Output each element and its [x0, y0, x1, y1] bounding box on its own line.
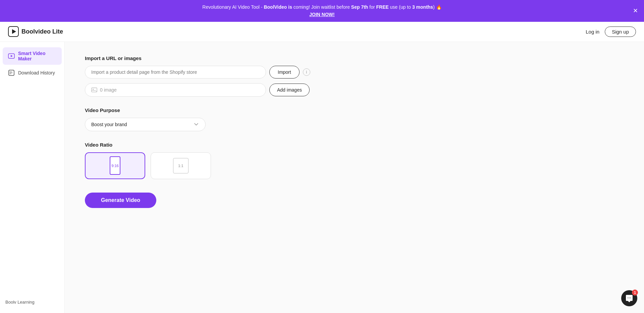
ratio-card-9-16[interactable]: 9:16 — [85, 152, 145, 179]
sidebar-item-label: Download History — [18, 70, 55, 75]
sidebar: Smart Video Maker Download History Boolv… — [0, 42, 65, 313]
ratio-card-1-1[interactable]: 1:1 — [151, 152, 211, 179]
svg-point-7 — [628, 298, 628, 298]
sidebar-footer[interactable]: Boolv Learning — [0, 296, 64, 309]
svg-marker-3 — [11, 55, 13, 57]
image-icon — [91, 87, 97, 93]
video-ratio-section: Video Ratio 9:16 1:1 — [85, 142, 624, 179]
sidebar-nav: Smart Video Maker Download History — [0, 47, 64, 80]
svg-point-8 — [629, 298, 630, 298]
chevron-down-icon — [193, 121, 199, 127]
ratio-label-9-16: 9:16 — [110, 156, 120, 175]
chat-widget-button[interactable]: 1 — [621, 290, 637, 306]
smart-video-icon — [8, 53, 15, 59]
banner-cta-link[interactable]: JOIN NOW! — [309, 12, 334, 17]
url-import-input[interactable] — [85, 66, 266, 79]
promo-banner: Revolutionary AI Video Tool - BoolVideo … — [0, 0, 644, 22]
logo-text: Boolvideo Lite — [21, 28, 63, 35]
video-purpose-title: Video Purpose — [85, 107, 624, 113]
main-content: Import a URL or images Import i 0 image … — [65, 42, 644, 313]
sidebar-item-download-history[interactable]: Download History — [3, 66, 62, 80]
image-count-text: 0 image — [100, 87, 117, 93]
image-row: 0 image Add images — [85, 83, 624, 97]
sidebar-item-label: Smart Video Maker — [18, 51, 56, 61]
import-row: Import i — [85, 66, 624, 79]
chat-icon — [625, 294, 633, 302]
generate-video-button[interactable]: Generate Video — [85, 193, 156, 208]
header-actions: Log in Sign up — [586, 27, 636, 37]
logo-icon — [8, 26, 19, 37]
ratio-options: 9:16 1:1 — [85, 152, 624, 179]
image-input-display: 0 image — [85, 83, 266, 97]
import-button[interactable]: Import — [269, 66, 300, 79]
app-layout: Smart Video Maker Download History Boolv… — [0, 42, 644, 313]
download-history-icon — [8, 69, 15, 76]
svg-point-9 — [630, 298, 631, 298]
add-images-button[interactable]: Add images — [269, 84, 310, 96]
video-purpose-dropdown[interactable]: Boost your brand — [85, 118, 206, 131]
chat-badge: 1 — [632, 290, 638, 296]
video-purpose-selected: Boost your brand — [91, 122, 127, 127]
sidebar-item-smart-video-maker[interactable]: Smart Video Maker — [3, 47, 62, 65]
svg-point-6 — [93, 89, 94, 90]
login-button[interactable]: Log in — [586, 29, 599, 35]
signup-button[interactable]: Sign up — [605, 27, 636, 37]
banner-close-button[interactable]: ✕ — [633, 7, 638, 14]
logo: Boolvideo Lite — [8, 26, 63, 37]
video-purpose-section: Video Purpose Boost your brand — [85, 107, 624, 131]
info-icon[interactable]: i — [303, 68, 310, 76]
svg-marker-1 — [12, 29, 16, 34]
svg-rect-5 — [92, 88, 97, 92]
import-section-title: Import a URL or images — [85, 55, 624, 61]
import-section: Import a URL or images Import i 0 image … — [85, 55, 624, 97]
ratio-label-1-1: 1:1 — [173, 158, 189, 173]
banner-text: Revolutionary AI Video Tool - BoolVideo … — [202, 4, 441, 17]
video-ratio-title: Video Ratio — [85, 142, 624, 148]
header: Boolvideo Lite Log in Sign up — [0, 22, 644, 42]
